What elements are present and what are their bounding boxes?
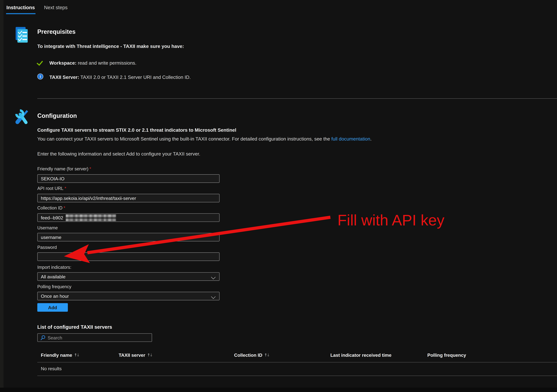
api-root-url-input[interactable] (37, 194, 220, 202)
server-list-title: List of configured TAXII servers (37, 324, 112, 330)
column-header-last-indicator-time[interactable]: Last indicator received time (327, 352, 424, 358)
prerequisite-taxii-server: TAXII Server: TAXII 2.0 or TAXII 2.1 Ser… (49, 75, 191, 80)
search-icon (41, 335, 45, 340)
section-divider (37, 98, 557, 99)
column-header-taxii-server[interactable]: TAXII server ↑↓ (115, 352, 230, 358)
prerequisites-title: Prerequisites (37, 28, 75, 35)
prerequisites-intro: To integrate with Threat intelligence - … (37, 44, 184, 49)
sort-icon[interactable]: ↑↓ (264, 353, 269, 358)
friendly-name-input[interactable] (37, 174, 220, 183)
import-indicators-label: Import indicators: (37, 265, 71, 270)
chevron-down-icon (211, 275, 216, 279)
import-indicators-select[interactable]: All available (37, 272, 220, 281)
configuration-title: Configuration (37, 112, 77, 120)
redacted-value-blur (66, 214, 116, 221)
column-header-friendly-name[interactable]: Friendly name ↑↓ (37, 352, 115, 358)
password-input[interactable] (37, 252, 220, 261)
prerequisite-workspace: Workspace: read and write permissions. (49, 60, 136, 66)
footer-strip (0, 388, 557, 392)
empty-table-message: No results (41, 366, 62, 371)
taxii-connector-page: Instructions Next steps Prerequisites To… (0, 0, 557, 392)
tab-instructions[interactable]: Instructions (6, 5, 35, 10)
collection-id-label: Collection ID* (37, 206, 65, 210)
add-button[interactable]: Add (37, 303, 68, 312)
table-divider-top (37, 362, 557, 362)
column-header-polling-frequency[interactable]: Polling frequency (424, 352, 557, 358)
username-input[interactable] (37, 233, 220, 241)
collection-id-input[interactable]: feed--b902 (37, 213, 220, 222)
info-icon: i (37, 73, 43, 80)
configuration-instruction: Enter the following information and sele… (37, 151, 200, 157)
prerequisites-checklist-icon (16, 27, 28, 43)
search-input[interactable] (45, 335, 152, 341)
server-search-box[interactable] (37, 333, 152, 342)
annotation-text: Fill with API key (337, 212, 444, 229)
sort-icon[interactable]: ↑↓ (74, 353, 79, 358)
left-edge-strip (0, 0, 4, 392)
column-header-collection-id[interactable]: Collection ID ↑↓ (230, 352, 327, 358)
configuration-description: You can connect your TAXII servers to Mi… (37, 136, 371, 142)
polling-frequency-label: Polling frequency (37, 284, 71, 289)
friendly-name-label: Friendly name (for server)* (37, 167, 91, 171)
polling-frequency-select[interactable]: Once an hour (37, 292, 220, 300)
tab-active-underline (6, 13, 35, 14)
chevron-down-icon (211, 294, 216, 299)
password-label: Password (37, 245, 57, 250)
configuration-subtitle: Configure TAXII servers to stream STIX 2… (37, 127, 236, 133)
table-header-row: Friendly name ↑↓ TAXII server ↑↓ Collect… (37, 352, 557, 358)
configuration-tools-icon (15, 109, 29, 126)
tab-next-steps[interactable]: Next steps (44, 5, 67, 10)
api-root-url-label: API root URL* (37, 186, 66, 191)
check-icon (38, 60, 41, 65)
sort-icon[interactable]: ↑↓ (147, 353, 152, 358)
table-divider-bottom (37, 376, 557, 376)
username-label: Username (37, 225, 58, 230)
full-documentation-link[interactable]: full documentation (331, 136, 370, 142)
